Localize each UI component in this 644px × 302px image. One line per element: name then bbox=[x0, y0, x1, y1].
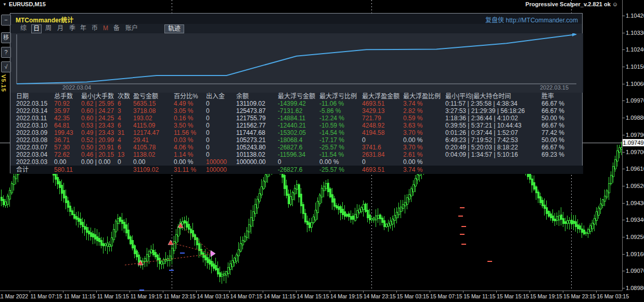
time-tick bbox=[263, 291, 263, 293]
price-tick bbox=[622, 135, 625, 135]
cell: 70.92 bbox=[54, 100, 79, 107]
cell: 100000 bbox=[206, 158, 234, 166]
price-tick bbox=[622, 186, 625, 186]
cell: -10.59 % bbox=[319, 122, 360, 129]
cell: 3.63 % bbox=[403, 122, 443, 129]
time-tick bbox=[130, 291, 130, 293]
cell: 0 bbox=[362, 136, 402, 144]
cell: -11.54 % bbox=[319, 151, 360, 158]
table-total-row: 合计580.1131109.0231.11 %100000-26827.6-25… bbox=[10, 166, 583, 174]
tab-月[interactable]: 月 bbox=[56, 24, 65, 32]
cell: -17.17 % bbox=[319, 136, 360, 144]
cell: 0.00 bbox=[54, 158, 79, 166]
cell: 121562.77 bbox=[236, 122, 276, 129]
price-tick bbox=[622, 49, 625, 50]
tab-日[interactable]: 日 bbox=[31, 24, 42, 33]
price-tick bbox=[622, 220, 625, 220]
tab-季[interactable]: 季 bbox=[68, 24, 77, 32]
price-tick bbox=[622, 16, 625, 16]
cell: 72.62 bbox=[54, 151, 79, 158]
cell: 13 bbox=[118, 151, 131, 158]
time-tick bbox=[430, 291, 430, 293]
ea-name-text: Progressive Scalper_v.2.821 ok bbox=[525, 1, 611, 7]
track-button[interactable]: 轨迹 bbox=[164, 24, 184, 33]
cell: 4693.51 bbox=[362, 100, 402, 107]
cell: 69.23 % bbox=[542, 151, 573, 158]
cell: -26827.6 bbox=[278, 166, 317, 174]
cell: 100000 bbox=[206, 166, 234, 174]
cell: 4194.58 bbox=[362, 129, 402, 136]
panel-site-link[interactable]: 复盘侠 http://MTCommander.com bbox=[485, 15, 578, 24]
time-tick bbox=[63, 291, 63, 293]
tab-周[interactable]: 周 bbox=[44, 24, 53, 32]
time-tick-label: 15 Mar 03:15 bbox=[397, 293, 429, 299]
price-tick bbox=[622, 169, 625, 169]
cell: 125473.87 bbox=[236, 107, 276, 115]
minimize-button[interactable]: − bbox=[1, 15, 11, 26]
cell: 0 bbox=[206, 107, 234, 115]
price-tick bbox=[622, 84, 625, 84]
cell: 3.74 % bbox=[403, 166, 443, 174]
time-tick-label: 14 Mar 15:15 bbox=[297, 293, 329, 299]
cell: 0.03 % bbox=[174, 136, 204, 144]
cell: 2022.03.03 bbox=[16, 158, 53, 166]
tab-M[interactable]: M bbox=[101, 24, 110, 32]
cell: -14884.11 bbox=[278, 115, 317, 122]
check-button[interactable]: √ bbox=[1, 61, 11, 72]
col-header: 盈亏金额 bbox=[133, 93, 172, 100]
cell: 4 bbox=[118, 136, 131, 144]
price-tick-label: 1.10150 bbox=[626, 64, 644, 70]
time-tick bbox=[563, 291, 563, 293]
move-button[interactable]: 移 bbox=[1, 32, 11, 43]
cell: 3.70 % bbox=[403, 129, 443, 136]
price-tick-label: 1.09520 bbox=[626, 183, 644, 189]
time-tick bbox=[463, 291, 463, 293]
cell: 721.79 bbox=[362, 115, 402, 122]
time-tick-label: 11 Mar 15:15 bbox=[97, 293, 129, 299]
price-tick-label: 1.09610 bbox=[626, 166, 644, 172]
symbol-text: EURUSD,M15 bbox=[9, 1, 46, 7]
equity-start-date: 2022.03.04 bbox=[62, 84, 91, 91]
cell: 105243.80 bbox=[236, 144, 276, 151]
cell: 0:04:09 | 1:34:57 | 5:10:16 bbox=[445, 151, 540, 158]
price-tick-label: 1.10060 bbox=[626, 81, 644, 87]
cell: -18068.4 bbox=[278, 136, 317, 144]
cell: 31.11 % bbox=[174, 166, 204, 174]
cell: 0.49 | 23.43 bbox=[81, 129, 115, 136]
table-row: 2022.03.1435.970.60 | 24.2733718.083.05 … bbox=[10, 107, 583, 115]
table-row: 2022.03.1570.920.62 | 25.9565635.154.49 … bbox=[10, 100, 583, 107]
panel-titlebar[interactable]: MTCommander统计 复盘侠 http://MTCommander.com bbox=[10, 14, 582, 24]
tab-年[interactable]: 年 bbox=[79, 24, 88, 32]
cell: 199.43 bbox=[54, 129, 79, 136]
cell: 66.67 % bbox=[542, 122, 573, 129]
tab-综[interactable]: 综 bbox=[19, 24, 28, 32]
time-tick-label: 15 Mar 11:15 bbox=[463, 293, 495, 299]
time-tick-label: 11 Mar 2022 bbox=[0, 293, 28, 299]
time-tick-label: 14 Mar 19:15 bbox=[330, 293, 363, 299]
price-tick bbox=[622, 152, 625, 153]
cell: 3.70 % bbox=[403, 144, 443, 151]
price-tick bbox=[622, 254, 625, 255]
help-button[interactable]: ? bbox=[1, 47, 11, 58]
cell: -15302.05 bbox=[278, 129, 317, 136]
cell: 0.53 | 23.43 bbox=[81, 122, 115, 129]
cell: -5.86 % bbox=[319, 107, 360, 115]
cell: -11596.34 bbox=[278, 151, 317, 158]
tab-备[interactable]: 备 bbox=[112, 24, 121, 32]
cell: 2022.03.08 bbox=[16, 136, 53, 144]
price-tick-label: 1.09700 bbox=[626, 149, 644, 155]
cell: 29.41 bbox=[133, 136, 172, 144]
price-tick bbox=[622, 67, 625, 67]
cell: 117447.68 bbox=[236, 129, 276, 136]
cell: 1:18:36 | 2:36:44 | 4:10:02 bbox=[445, 115, 540, 122]
tab-账户[interactable]: 账户 bbox=[124, 24, 139, 32]
time-tick-label: 14 Mar 23:15 bbox=[364, 293, 396, 299]
tab-币[interactable]: 币 bbox=[90, 24, 99, 32]
time-tick-label: 14 Mar 11:15 bbox=[264, 293, 295, 299]
cell: 0.62 | 25.95 bbox=[81, 100, 115, 107]
col-header: 出入金 bbox=[206, 93, 234, 100]
price-tick-label: 1.09070 bbox=[626, 268, 644, 274]
cell: 4 bbox=[118, 115, 131, 122]
trade-exit-arrow-icon bbox=[211, 250, 215, 257]
cell: 0 bbox=[118, 158, 131, 166]
